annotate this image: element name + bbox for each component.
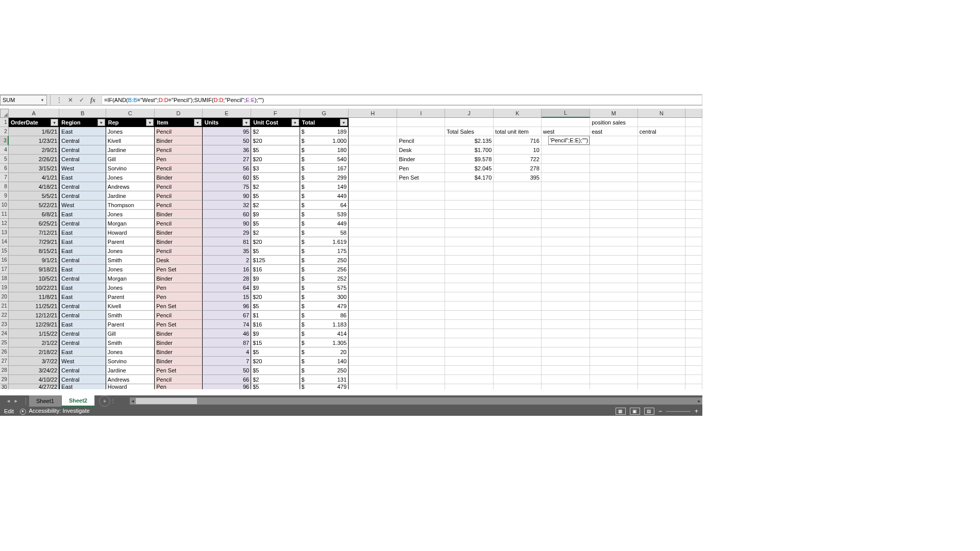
cell[interactable] — [638, 283, 685, 292]
cell[interactable]: 66 — [203, 375, 251, 384]
cell[interactable]: Central — [59, 274, 106, 283]
cell[interactable]: $15 — [251, 338, 300, 347]
col-header-N[interactable]: N — [638, 109, 685, 118]
cell[interactable] — [397, 311, 445, 320]
cell[interactable] — [349, 265, 397, 274]
cell[interactable]: Smith — [106, 256, 155, 265]
cell[interactable]: East — [59, 127, 106, 136]
cell[interactable]: East — [59, 384, 106, 389]
cell[interactable] — [590, 219, 638, 228]
cell[interactable]: $449 — [300, 219, 349, 228]
cell[interactable]: 6/8/21 — [9, 210, 59, 219]
cell[interactable]: East — [59, 228, 106, 237]
table-header[interactable]: Units▼ — [203, 118, 251, 127]
cell[interactable]: $575 — [300, 283, 349, 292]
row-header[interactable]: 2 — [0, 127, 9, 136]
cell[interactable] — [494, 265, 541, 274]
cell[interactable] — [590, 210, 638, 219]
cell[interactable]: $479 — [300, 302, 349, 311]
cell[interactable] — [445, 366, 494, 375]
cell[interactable]: Binder — [155, 237, 202, 246]
cell[interactable] — [638, 145, 685, 155]
cell[interactable]: 4/18/21 — [9, 182, 59, 191]
cell[interactable] — [445, 265, 494, 274]
cell[interactable]: Binder — [155, 329, 202, 338]
cell[interactable] — [638, 292, 685, 302]
name-box[interactable]: SUM ▼ — [0, 95, 47, 105]
cell[interactable] — [638, 338, 685, 347]
cell[interactable]: $20 — [251, 357, 300, 366]
cell[interactable]: Jones — [106, 246, 155, 256]
fx-icon[interactable]: fx — [87, 95, 99, 105]
cell[interactable] — [397, 320, 445, 329]
cell[interactable] — [397, 219, 445, 228]
cell[interactable]: Total Sales — [445, 127, 494, 136]
cell[interactable]: $5 — [251, 384, 300, 389]
cell[interactable]: Jones — [106, 210, 155, 219]
cell[interactable] — [638, 136, 685, 145]
cell[interactable] — [494, 357, 541, 366]
col-header-D[interactable]: D — [155, 109, 202, 118]
cell[interactable]: East — [59, 292, 106, 302]
cell[interactable] — [494, 256, 541, 265]
tab-options-icon[interactable]: ⋮ — [110, 398, 116, 405]
cell[interactable] — [349, 201, 397, 210]
row-header[interactable]: 12 — [0, 219, 9, 228]
row-header[interactable]: 23 — [0, 320, 9, 329]
cell[interactable] — [349, 256, 397, 265]
cell[interactable] — [685, 375, 702, 384]
cell[interactable] — [638, 228, 685, 237]
row-header[interactable]: 5 — [0, 155, 9, 164]
cell[interactable]: 4/1/21 — [9, 173, 59, 182]
cell[interactable]: Central — [59, 329, 106, 338]
cell[interactable] — [590, 302, 638, 311]
cell[interactable]: $2 — [251, 228, 300, 237]
cell[interactable] — [638, 219, 685, 228]
cell[interactable] — [590, 164, 638, 173]
cell[interactable] — [397, 283, 445, 292]
cell[interactable] — [590, 375, 638, 384]
cell[interactable] — [542, 338, 590, 347]
col-header-E[interactable]: E — [203, 109, 251, 118]
filter-dropdown-icon[interactable]: ▼ — [146, 119, 154, 126]
cell[interactable] — [638, 155, 685, 164]
cell[interactable]: West — [59, 201, 106, 210]
cell[interactable]: 10/22/21 — [9, 283, 59, 292]
cell[interactable] — [638, 246, 685, 256]
cell[interactable] — [494, 191, 541, 201]
row-header[interactable]: 18 — [0, 274, 9, 283]
cell[interactable] — [685, 357, 702, 366]
cell[interactable]: 10 — [494, 145, 541, 155]
cell[interactable]: $1 — [251, 311, 300, 320]
cell[interactable] — [397, 329, 445, 338]
cell[interactable] — [349, 366, 397, 375]
cell[interactable]: Sorvino — [106, 357, 155, 366]
col-header-G[interactable]: G — [300, 109, 349, 118]
cell[interactable]: Pen Set — [155, 302, 202, 311]
cell[interactable]: Pencil — [155, 191, 202, 201]
cell[interactable] — [445, 118, 494, 127]
cell[interactable]: $5 — [251, 302, 300, 311]
cell[interactable]: $20 — [300, 347, 349, 357]
scroll-thumb[interactable] — [136, 398, 197, 404]
cell[interactable] — [590, 265, 638, 274]
cell[interactable]: $479 — [300, 384, 349, 389]
cell[interactable] — [397, 246, 445, 256]
cell[interactable] — [590, 320, 638, 329]
cell[interactable]: Gill — [106, 329, 155, 338]
cell[interactable] — [445, 274, 494, 283]
cell[interactable]: Jones — [106, 265, 155, 274]
cell[interactable]: 7/12/21 — [9, 228, 59, 237]
cell[interactable]: $539 — [300, 210, 349, 219]
cell[interactable]: East — [59, 347, 106, 357]
cell[interactable] — [542, 274, 590, 283]
table-header[interactable]: Region▼ — [59, 118, 106, 127]
cell[interactable]: 7 — [203, 357, 251, 366]
cell[interactable] — [590, 338, 638, 347]
cell[interactable] — [349, 219, 397, 228]
cell[interactable] — [397, 237, 445, 246]
row-header[interactable]: 11 — [0, 210, 9, 219]
page-layout-view-icon[interactable]: ▣ — [630, 408, 640, 415]
cell[interactable]: 7/29/21 — [9, 237, 59, 246]
cell[interactable]: Binder — [155, 210, 202, 219]
